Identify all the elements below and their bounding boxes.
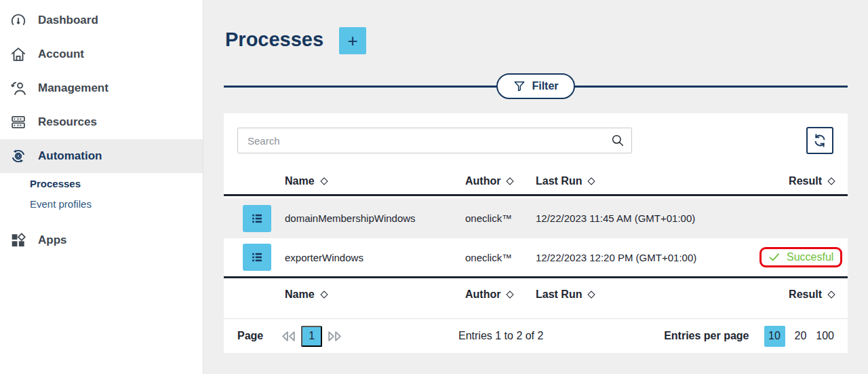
- sort-icon: [320, 291, 328, 298]
- sidebar-item-label: Account: [38, 48, 84, 61]
- gear-sync-icon: [9, 147, 27, 165]
- process-author: oneclick™: [465, 252, 536, 263]
- column-header-result[interactable]: Result: [789, 175, 834, 187]
- entries-per-page-label: Entries per page: [664, 330, 749, 342]
- sort-icon: [507, 177, 514, 185]
- sort-icon: [588, 291, 595, 298]
- gauge-icon: [9, 12, 27, 29]
- sidebar-item-label: Management: [38, 81, 108, 95]
- filter-label: Filter: [532, 80, 558, 92]
- column-header-name[interactable]: Name: [285, 175, 465, 187]
- column-footer-result[interactable]: Result: [789, 288, 834, 301]
- sidebar-item-label: Automation: [38, 149, 102, 163]
- sidebar-item-label: Apps: [38, 233, 67, 247]
- refresh-button[interactable]: [806, 127, 833, 154]
- sort-icon: [827, 177, 835, 185]
- column-header-last-run[interactable]: Last Run: [536, 175, 760, 187]
- sidebar-item-automation[interactable]: Automation: [0, 139, 203, 173]
- processes-card: Name Author Last Run Result domainMember…: [224, 113, 848, 353]
- table-row[interactable]: domainMembershipWindows oneclick™ 12/22/…: [224, 198, 848, 238]
- next-page-icon[interactable]: [326, 329, 344, 343]
- server-icon: [9, 113, 27, 131]
- process-author: oneclick™: [465, 212, 536, 224]
- table-row[interactable]: exporterWindows oneclick™ 12/22/2023 12:…: [224, 238, 848, 278]
- app-window: Dashboard Account Management Resources A: [0, 0, 868, 374]
- sidebar-item-label: Resources: [38, 115, 97, 129]
- column-footer-author[interactable]: Author: [465, 288, 536, 301]
- apps-icon: [9, 231, 27, 249]
- page-label: Page: [237, 330, 263, 342]
- search-input[interactable]: [237, 128, 632, 153]
- page-number-button[interactable]: 1: [301, 326, 322, 347]
- sidebar-subitem-event-profiles[interactable]: Event profiles: [0, 193, 203, 214]
- table-header-row: Name Author Last Run Result: [224, 168, 848, 196]
- process-last-run: 12/22/2023 11:45 AM (GMT+01:00): [536, 212, 760, 224]
- result-annotation-box: Succesful: [760, 247, 842, 267]
- sort-icon: [827, 291, 835, 298]
- sidebar: Dashboard Account Management Resources A: [0, 0, 203, 374]
- check-icon: [768, 253, 781, 262]
- sort-icon: [588, 177, 595, 185]
- user-sync-icon: [9, 79, 27, 97]
- page-size-100[interactable]: 100: [816, 330, 834, 342]
- sort-icon: [320, 177, 328, 185]
- process-name: domainMembershipWindows: [285, 212, 465, 224]
- sidebar-subitem-label: Event profiles: [30, 198, 92, 210]
- pagination-bar: Page 1 Entries 1 to 2 of 2 Entries per p…: [224, 319, 848, 353]
- row-details-button[interactable]: [243, 205, 271, 232]
- home-icon: [9, 45, 27, 63]
- previous-page-icon[interactable]: [279, 329, 298, 343]
- sidebar-item-label: Dashboard: [38, 14, 98, 27]
- process-last-run: 12/22/2023 12:20 PM (GMT+01:00): [536, 252, 760, 263]
- result-status: Succesful: [787, 251, 833, 263]
- row-details-button[interactable]: [243, 244, 271, 271]
- sidebar-item-management[interactable]: Management: [0, 71, 203, 105]
- sidebar-item-resources[interactable]: Resources: [0, 105, 203, 139]
- column-footer-name[interactable]: Name: [285, 288, 465, 301]
- page-size-10[interactable]: 10: [764, 326, 785, 347]
- list-icon: [250, 211, 264, 226]
- page-title: Processes: [225, 29, 323, 51]
- funnel-icon: [513, 79, 526, 93]
- entries-info: Entries 1 to 2 of 2: [458, 330, 543, 342]
- refresh-icon: [812, 132, 828, 149]
- filter-button[interactable]: Filter: [496, 73, 575, 99]
- process-name: exporterWindows: [285, 252, 465, 263]
- search-field: [237, 128, 632, 153]
- search-icon[interactable]: [610, 133, 625, 148]
- column-header-author[interactable]: Author: [465, 175, 536, 187]
- list-icon: [250, 250, 264, 265]
- page-size-20[interactable]: 20: [795, 330, 807, 342]
- sidebar-subitem-label: Processes: [30, 178, 81, 189]
- column-footer-last-run[interactable]: Last Run: [536, 288, 760, 301]
- sidebar-item-account[interactable]: Account: [0, 37, 203, 71]
- sidebar-item-dashboard[interactable]: Dashboard: [0, 3, 203, 37]
- sort-icon: [507, 291, 514, 298]
- sidebar-subitem-processes[interactable]: Processes: [0, 173, 203, 193]
- sidebar-item-apps[interactable]: Apps: [0, 223, 203, 257]
- table-footer-header-row: Name Author Last Run Result: [224, 280, 848, 309]
- add-process-button[interactable]: +: [339, 27, 366, 54]
